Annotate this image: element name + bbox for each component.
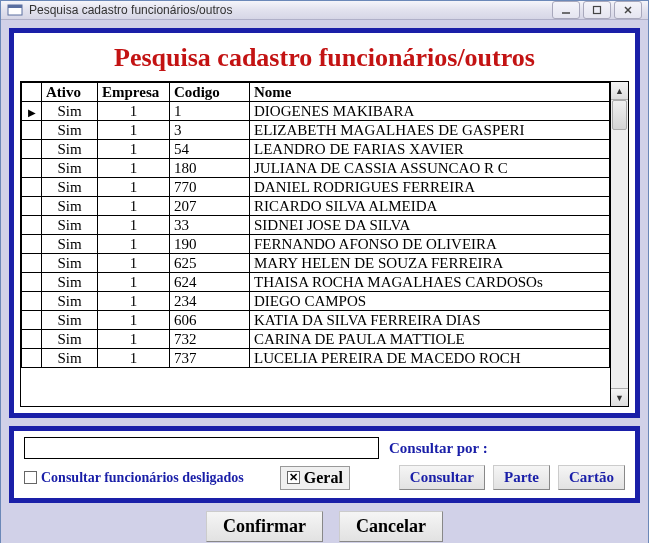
parte-button[interactable]: Parte xyxy=(493,465,550,490)
cartao-button[interactable]: Cartão xyxy=(558,465,625,490)
data-grid[interactable]: Ativo Empresa Codigo Nome Sim11DIOGENES … xyxy=(20,81,629,407)
cell-codigo: 190 xyxy=(170,235,250,254)
cell-ativo: Sim xyxy=(42,102,98,121)
row-selector[interactable] xyxy=(22,140,42,159)
cell-empresa: 1 xyxy=(98,102,170,121)
cell-ativo: Sim xyxy=(42,159,98,178)
cell-nome: ELIZABETH MAGALHAES DE GASPERI xyxy=(250,121,610,140)
cell-codigo: 625 xyxy=(170,254,250,273)
chk-geral-label: Geral xyxy=(304,469,343,487)
table-row[interactable]: Sim13ELIZABETH MAGALHAES DE GASPERI xyxy=(22,121,610,140)
cell-empresa: 1 xyxy=(98,254,170,273)
row-selector-header xyxy=(22,83,42,102)
cell-empresa: 1 xyxy=(98,349,170,368)
col-empresa[interactable]: Empresa xyxy=(98,83,170,102)
minimize-button[interactable] xyxy=(552,1,580,19)
cell-nome: FERNANDO AFONSO DE OLIVEIRA xyxy=(250,235,610,254)
table-row[interactable]: Sim1606KATIA DA SILVA FERREIRA DIAS xyxy=(22,311,610,330)
row-selector[interactable] xyxy=(22,102,42,121)
table-row[interactable]: Sim1190FERNANDO AFONSO DE OLIVEIRA xyxy=(22,235,610,254)
window: Pesquisa cadastro funcionários/outros Pe… xyxy=(0,0,649,543)
cell-codigo: 234 xyxy=(170,292,250,311)
col-codigo[interactable]: Codigo xyxy=(170,83,250,102)
search-input[interactable] xyxy=(24,437,379,459)
cell-ativo: Sim xyxy=(42,273,98,292)
cell-nome: THAISA ROCHA MAGALHAES CARDOSOs xyxy=(250,273,610,292)
col-ativo[interactable]: Ativo xyxy=(42,83,98,102)
table-row[interactable]: Sim133SIDNEI JOSE DA SILVA xyxy=(22,216,610,235)
table-row[interactable]: Sim1624THAISA ROCHA MAGALHAES CARDOSOs xyxy=(22,273,610,292)
cell-codigo: 770 xyxy=(170,178,250,197)
row-selector[interactable] xyxy=(22,216,42,235)
close-button[interactable] xyxy=(614,1,642,19)
action-bar: Confirmar Cancelar xyxy=(9,503,640,543)
table-row[interactable]: Sim1770DANIEL RODRIGUES FERREIRA xyxy=(22,178,610,197)
cell-ativo: Sim xyxy=(42,178,98,197)
chk-desligados[interactable]: Consultar funcionários desligados xyxy=(24,470,244,486)
cell-empresa: 1 xyxy=(98,121,170,140)
scrollbar-thumb[interactable] xyxy=(612,100,627,130)
cell-ativo: Sim xyxy=(42,235,98,254)
cell-codigo: 606 xyxy=(170,311,250,330)
row-selector[interactable] xyxy=(22,292,42,311)
row-selector[interactable] xyxy=(22,178,42,197)
svg-rect-1 xyxy=(8,5,22,8)
cell-codigo: 207 xyxy=(170,197,250,216)
checkbox-icon[interactable] xyxy=(287,471,300,484)
table-row[interactable]: Sim1207RICARDO SILVA ALMEIDA xyxy=(22,197,610,216)
maximize-button[interactable] xyxy=(583,1,611,19)
row-selector[interactable] xyxy=(22,159,42,178)
confirmar-button[interactable]: Confirmar xyxy=(206,511,323,542)
cell-nome: LUCELIA PEREIRA DE MACEDO ROCH xyxy=(250,349,610,368)
cell-codigo: 624 xyxy=(170,273,250,292)
cell-empresa: 1 xyxy=(98,311,170,330)
scroll-down-button[interactable]: ▼ xyxy=(611,388,628,406)
scrollbar-track[interactable] xyxy=(611,100,628,388)
cell-empresa: 1 xyxy=(98,273,170,292)
row-selector[interactable] xyxy=(22,121,42,140)
svg-rect-3 xyxy=(594,7,601,14)
cell-ativo: Sim xyxy=(42,216,98,235)
table-row[interactable]: Sim1737LUCELIA PEREIRA DE MACEDO ROCH xyxy=(22,349,610,368)
cell-ativo: Sim xyxy=(42,330,98,349)
table-row[interactable]: Sim1180JULIANA DE CASSIA ASSUNCAO R C xyxy=(22,159,610,178)
cell-codigo: 1 xyxy=(170,102,250,121)
table-row[interactable]: Sim11DIOGENES MAKIBARA xyxy=(22,102,610,121)
cell-nome: DIOGENES MAKIBARA xyxy=(250,102,610,121)
table-row[interactable]: Sim1234DIEGO CAMPOS xyxy=(22,292,610,311)
row-selector[interactable] xyxy=(22,235,42,254)
cell-codigo: 54 xyxy=(170,140,250,159)
table-row[interactable]: Sim1732CARINA DE PAULA MATTIOLE xyxy=(22,330,610,349)
cell-empresa: 1 xyxy=(98,197,170,216)
row-selector[interactable] xyxy=(22,254,42,273)
row-selector[interactable] xyxy=(22,349,42,368)
checkbox-icon[interactable] xyxy=(24,471,37,484)
col-nome[interactable]: Nome xyxy=(250,83,610,102)
cell-nome: DANIEL RODRIGUES FERREIRA xyxy=(250,178,610,197)
table-row[interactable]: Sim1625MARY HELEN DE SOUZA FERREIRA xyxy=(22,254,610,273)
scroll-up-button[interactable]: ▲ xyxy=(611,82,628,100)
cell-codigo: 3 xyxy=(170,121,250,140)
chk-geral[interactable]: Geral xyxy=(280,466,350,490)
search-panel: Consultar por : Consultar funcionários d… xyxy=(9,426,640,503)
cell-nome: JULIANA DE CASSIA ASSUNCAO R C xyxy=(250,159,610,178)
cell-nome: CARINA DE PAULA MATTIOLE xyxy=(250,330,610,349)
app-icon xyxy=(7,2,23,18)
cell-ativo: Sim xyxy=(42,311,98,330)
cell-nome: KATIA DA SILVA FERREIRA DIAS xyxy=(250,311,610,330)
table-row[interactable]: Sim154LEANDRO DE FARIAS XAVIER xyxy=(22,140,610,159)
employee-table: Ativo Empresa Codigo Nome Sim11DIOGENES … xyxy=(21,82,610,368)
cell-codigo: 737 xyxy=(170,349,250,368)
cell-nome: LEANDRO DE FARIAS XAVIER xyxy=(250,140,610,159)
scrollbar[interactable]: ▲ ▼ xyxy=(610,82,628,406)
chk-desligados-label: Consultar funcionários desligados xyxy=(41,470,244,486)
row-selector[interactable] xyxy=(22,330,42,349)
row-selector[interactable] xyxy=(22,273,42,292)
main-panel: Pesquisa cadastro funcionários/outros xyxy=(9,28,640,418)
consultar-button[interactable]: Consultar xyxy=(399,465,485,490)
cell-nome: DIEGO CAMPOS xyxy=(250,292,610,311)
cancelar-button[interactable]: Cancelar xyxy=(339,511,443,542)
row-selector[interactable] xyxy=(22,311,42,330)
row-selector[interactable] xyxy=(22,197,42,216)
cell-ativo: Sim xyxy=(42,121,98,140)
